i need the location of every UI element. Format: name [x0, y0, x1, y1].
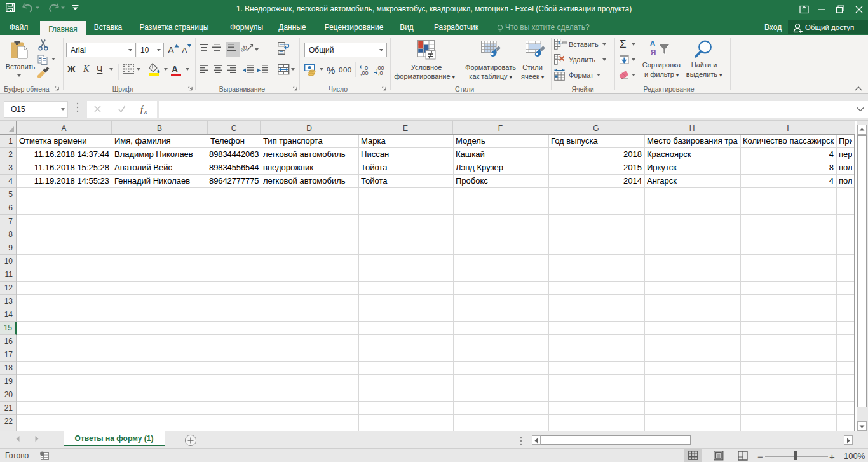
svg-text:,00: ,00	[360, 70, 369, 76]
svg-text:x: x	[144, 108, 147, 115]
svg-text:А: А	[650, 39, 656, 48]
svg-text:,0: ,0	[378, 70, 383, 76]
svg-text:Я: Я	[651, 48, 656, 56]
svg-text:ab: ab	[239, 43, 249, 53]
